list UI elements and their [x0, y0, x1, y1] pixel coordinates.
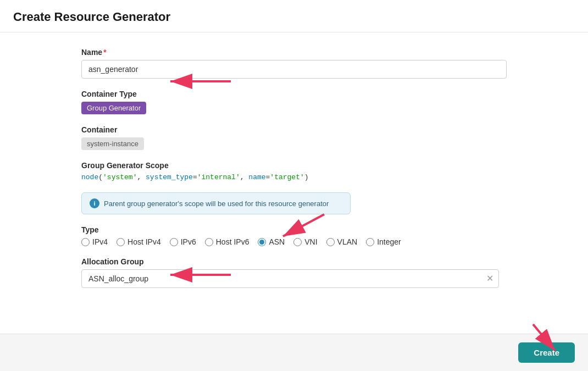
footer-bar: Create: [0, 334, 588, 371]
allocation-group-input[interactable]: [81, 269, 499, 288]
scope-func-name: node: [81, 173, 98, 181]
container-type-badge: Group Generator: [81, 102, 146, 114]
allocation-group-group: Allocation Group ✕: [81, 257, 507, 288]
type-vni[interactable]: VNI: [293, 237, 317, 246]
scope-label: Group Generator Scope: [81, 161, 507, 170]
info-text: Parent group generator's scope will be u…: [104, 200, 329, 208]
create-button[interactable]: Create: [518, 342, 575, 363]
scope-expression: node('system', system_type='internal', n…: [81, 173, 507, 181]
page-header: Create Resource Generator: [0, 0, 588, 32]
name-group: Name*: [81, 48, 507, 79]
type-asn[interactable]: ASN: [258, 237, 285, 246]
type-host-ipv6[interactable]: Host IPv6: [205, 237, 249, 246]
type-vni-radio[interactable]: [293, 238, 302, 246]
type-integer-radio[interactable]: [366, 238, 374, 246]
allocation-group-clear-button[interactable]: ✕: [486, 274, 493, 283]
type-label: Type: [81, 225, 507, 234]
allocation-input-wrapper: ✕: [81, 269, 499, 288]
info-icon: i: [90, 198, 99, 208]
name-label: Name*: [81, 48, 507, 57]
type-vlan-radio[interactable]: [326, 238, 335, 246]
type-ipv4[interactable]: IPv4: [81, 237, 108, 246]
container-type-group: Container Type Group Generator: [81, 90, 507, 114]
type-vlan[interactable]: VLAN: [326, 237, 358, 246]
allocation-group-label: Allocation Group: [81, 257, 507, 266]
type-integer[interactable]: Integer: [366, 237, 401, 246]
container-label: Container: [81, 125, 507, 134]
container-type-label: Container Type: [81, 90, 507, 98]
type-ipv6[interactable]: IPv6: [170, 237, 196, 246]
type-radio-group: IPv4 Host IPv4 IPv6 Host IPv6 ASN VNI VL…: [81, 237, 507, 246]
type-host-ipv4-radio[interactable]: [117, 238, 125, 246]
page-title: Create Resource Generator: [13, 10, 575, 24]
type-group: Type IPv4 Host IPv4 IPv6 Host IPv6 ASN V…: [81, 225, 507, 246]
scope-group: Group Generator Scope node('system', sys…: [81, 161, 507, 181]
required-indicator: *: [103, 48, 106, 57]
form-container: Name* Container Type Group Generator Con…: [0, 32, 588, 314]
container-group: Container system-instance: [81, 125, 507, 150]
type-host-ipv6-radio[interactable]: [205, 238, 213, 246]
name-input[interactable]: [81, 60, 507, 79]
type-asn-radio[interactable]: [258, 238, 266, 246]
info-box: i Parent group generator's scope will be…: [81, 192, 351, 214]
type-host-ipv4[interactable]: Host IPv4: [117, 237, 161, 246]
type-ipv4-radio[interactable]: [81, 238, 90, 246]
container-badge: system-instance: [81, 137, 144, 150]
type-ipv6-radio[interactable]: [170, 238, 178, 246]
